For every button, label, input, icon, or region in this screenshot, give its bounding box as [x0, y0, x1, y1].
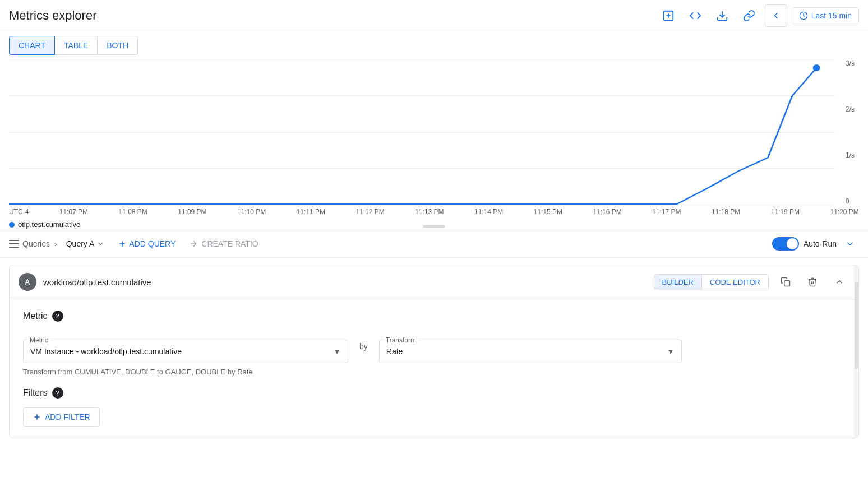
page-title: Metrics explorer [9, 8, 96, 23]
time-range-label: Last 15 min [811, 11, 852, 20]
by-label: by [357, 331, 370, 351]
metric-label: Metric [23, 311, 48, 321]
metric-field-label: Metric [27, 336, 50, 344]
collapse-icon [834, 277, 844, 287]
scrollbar-thumb [855, 282, 858, 369]
code-editor-view-button[interactable]: CODE EDITOR [701, 275, 768, 290]
header-actions: Last 15 min [657, 4, 859, 27]
expand-down-button[interactable] [841, 235, 859, 253]
delete-query-button[interactable] [802, 272, 823, 292]
create-ratio-button[interactable]: CREATE RATIO [184, 237, 262, 251]
query-pill[interactable]: Query A [62, 237, 109, 251]
transform-field-label: Transform [384, 336, 418, 344]
view-tabs: CHART TABLE BOTH [0, 31, 868, 55]
header: Metrics explorer Last 15 min [0, 0, 868, 31]
x-label-1117: 11:17 PM [652, 208, 681, 216]
x-label-1120: 11:20 PM [830, 208, 858, 216]
x-label-1116: 11:16 PM [593, 208, 621, 216]
query-bar-right: ✓ Auto-Run [772, 235, 859, 253]
metric-select-wrapper: VM Instance - workload/otlp.test.cumulat… [23, 340, 348, 363]
duplicate-icon [781, 277, 791, 287]
alert-icon-button[interactable] [657, 4, 680, 27]
toggle-checkmark: ✓ [791, 240, 797, 248]
x-label-1119: 11:19 PM [771, 208, 800, 216]
filters-label: Filters [23, 388, 48, 398]
expand-down-icon [845, 239, 855, 249]
legend-label: otlp.test.cumulative [18, 220, 80, 229]
tab-table[interactable]: TABLE [55, 36, 98, 55]
collapse-query-button[interactable] [829, 272, 849, 292]
duplicate-query-button[interactable] [775, 272, 796, 292]
metric-help-icon[interactable]: ? [52, 311, 63, 322]
chart-area: 3/s 2/s 1/s 0 UTC-4 11:07 PM 11:08 PM 11… [0, 55, 868, 223]
add-filter-button[interactable]: ADD FILTER [23, 407, 100, 427]
filters-section: Filters ? ADD FILTER [23, 387, 845, 427]
download-icon-button[interactable] [711, 4, 733, 27]
x-label-1110: 11:10 PM [237, 208, 266, 216]
tab-chart[interactable]: CHART [9, 36, 55, 55]
toggle-slider: ✓ [772, 237, 799, 251]
x-label-1107: 11:07 PM [59, 208, 88, 216]
svg-rect-11 [9, 240, 19, 241]
metric-field: Metric VM Instance - workload/otlp.test.… [23, 331, 348, 363]
transform-select-wrapper: Rate Delta None ▼ [379, 340, 682, 363]
x-label-1113: 11:13 PM [415, 208, 444, 216]
svg-rect-17 [784, 281, 790, 286]
query-panel-header: A workload/otlp.test.cumulative BUILDER … [10, 265, 858, 299]
query-resource: workload/otlp.test.cumulative [43, 277, 647, 287]
transform-select[interactable]: Rate Delta None [380, 340, 681, 363]
x-label-1115: 11:15 PM [534, 208, 562, 216]
x-label-1114: 11:14 PM [474, 208, 503, 216]
legend-color-dot [9, 222, 15, 228]
metric-row: Metric VM Instance - workload/otlp.test.… [23, 331, 845, 363]
queries-text: Queries [22, 239, 50, 248]
query-dropdown-icon [96, 240, 104, 248]
y-label-2s: 2/s [846, 105, 855, 113]
transform-field: Transform Rate Delta None ▼ [379, 331, 682, 363]
delete-icon [807, 277, 818, 287]
svg-rect-13 [9, 247, 19, 248]
metric-select[interactable]: VM Instance - workload/otlp.test.cumulat… [24, 340, 348, 363]
create-ratio-label: CREATE RATIO [201, 239, 258, 248]
chart-svg [9, 59, 859, 205]
list-icon [9, 240, 19, 248]
code-icon-button[interactable] [684, 4, 707, 27]
add-filter-plus-icon [33, 413, 41, 421]
x-label-1111: 11:11 PM [297, 208, 325, 216]
y-label-3s: 3/s [846, 59, 855, 67]
tab-both[interactable]: BOTH [98, 36, 138, 55]
auto-run-toggle[interactable]: ✓ [772, 237, 799, 251]
query-body: Metric ? Metric VM Instance - workload/o… [10, 299, 858, 438]
query-view-toggle: BUILDER CODE EDITOR [654, 274, 769, 290]
add-query-label: ADD QUERY [129, 239, 176, 248]
add-query-plus-icon [118, 239, 127, 248]
x-label-1109: 11:09 PM [178, 208, 206, 216]
x-label-1108: 11:08 PM [118, 208, 147, 216]
x-label-utc: UTC-4 [9, 208, 29, 216]
add-filter-label: ADD FILTER [45, 413, 90, 421]
add-query-button[interactable]: ADD QUERY [113, 237, 180, 251]
collapse-panel-button[interactable] [765, 4, 787, 27]
auto-run-label: Auto-Run [804, 239, 837, 248]
create-ratio-icon [189, 239, 198, 248]
y-label-0: 0 [846, 197, 855, 205]
filters-section-title: Filters ? [23, 387, 845, 399]
query-avatar: A [19, 273, 36, 291]
x-label-1112: 11:12 PM [355, 208, 384, 216]
query-bar: Queries › Query A ADD QUERY CREATE RATIO… [0, 230, 868, 258]
builder-view-button[interactable]: BUILDER [654, 275, 701, 290]
link-icon-button[interactable] [738, 4, 760, 27]
time-range-button[interactable]: Last 15 min [792, 7, 859, 24]
svg-point-10 [813, 64, 820, 71]
scrollbar[interactable] [854, 265, 858, 438]
chart-legend: otlp.test.cumulative [9, 218, 859, 231]
queries-label[interactable]: Queries [9, 239, 50, 248]
x-label-1118: 11:18 PM [712, 208, 740, 216]
query-name: Query A [66, 239, 95, 248]
transform-hint: Transform from CUMULATIVE, DOUBLE to GAU… [23, 368, 845, 376]
chart-x-axis: UTC-4 11:07 PM 11:08 PM 11:09 PM 11:10 P… [9, 207, 859, 218]
filters-help-icon[interactable]: ? [52, 387, 63, 399]
metric-section-title: Metric ? [23, 311, 845, 322]
chart-y-axis: 3/s 2/s 1/s 0 [846, 59, 855, 205]
query-bar-left: Queries › Query A ADD QUERY CREATE RATIO [9, 237, 768, 251]
